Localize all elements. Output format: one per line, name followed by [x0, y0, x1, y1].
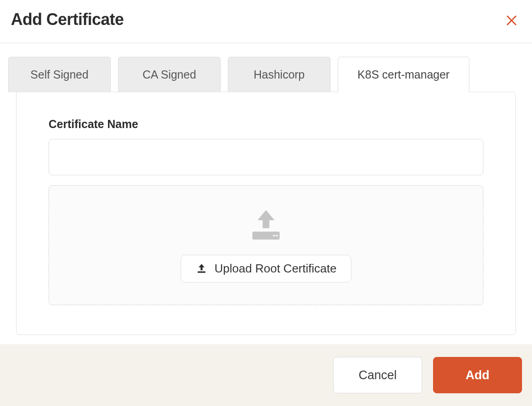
tabs-container: Self Signed CA Signed Hashicorp K8S cert… [0, 43, 532, 335]
upload-button-label: Upload Root Certificate [215, 262, 337, 276]
tab-panel: Certificate Name Upload Root Certificate [16, 92, 516, 335]
tab-self-signed[interactable]: Self Signed [8, 57, 111, 92]
svg-rect-3 [197, 272, 205, 273]
button-label: Add [466, 368, 489, 382]
cancel-button[interactable]: Cancel [333, 357, 422, 393]
tab-label: K8S cert-manager [358, 68, 450, 81]
svg-point-1 [273, 234, 275, 236]
dialog-title: Add Certificate [11, 10, 124, 29]
certificate-name-input[interactable] [49, 139, 483, 175]
svg-rect-0 [252, 232, 280, 240]
tab-k8s-cert-manager[interactable]: K8S cert-manager [338, 57, 469, 92]
upload-root-cert-button[interactable]: Upload Root Certificate [181, 255, 352, 282]
upload-dropzone[interactable]: Upload Root Certificate [49, 185, 483, 305]
tab-label: Hashicorp [254, 68, 305, 81]
svg-point-2 [276, 234, 278, 236]
button-label: Cancel [359, 368, 397, 382]
tab-hashicorp[interactable]: Hashicorp [228, 57, 330, 92]
close-button[interactable] [502, 10, 521, 29]
add-button[interactable]: Add [433, 357, 522, 393]
close-icon [504, 12, 519, 27]
tab-label: CA Signed [143, 68, 196, 81]
upload-icon [196, 262, 207, 274]
upload-cloud-icon [248, 208, 284, 241]
dialog-header: Add Certificate [0, 0, 532, 43]
certificate-name-label: Certificate Name [49, 118, 483, 131]
dialog-footer: Cancel Add [0, 344, 532, 406]
tab-list: Self Signed CA Signed Hashicorp K8S cert… [8, 57, 524, 92]
tab-ca-signed[interactable]: CA Signed [118, 57, 221, 92]
tab-label: Self Signed [30, 68, 89, 81]
